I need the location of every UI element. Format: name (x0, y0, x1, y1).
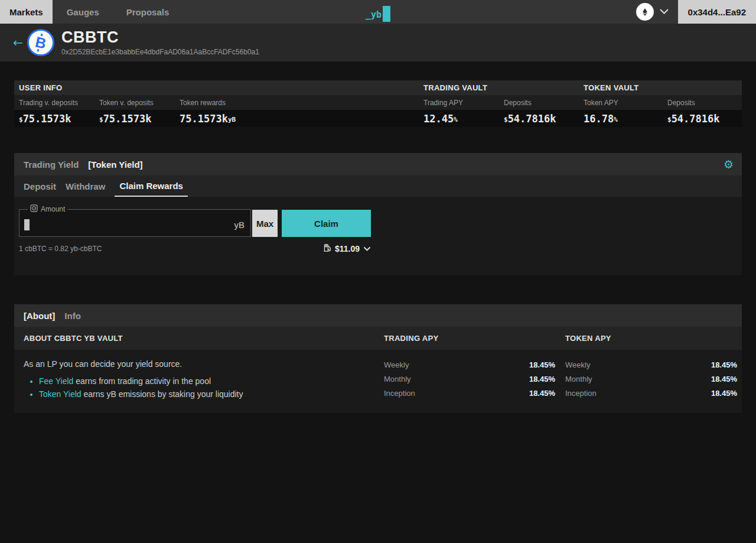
page-header: ← B CBBTC 0x2D52BEcbE1e3babbEe4dbdFaAD06… (0, 24, 756, 61)
table-row: Inception18.45% (384, 386, 555, 400)
stat-value: 75.1573kyB (175, 110, 419, 127)
token-header: CBBTC 0x2D52BEcbE1e3babbEe4dbdFaAD06a1Aa… (61, 29, 259, 56)
nav-item-proposals[interactable]: Proposals (117, 0, 179, 24)
token-coin-icon (30, 204, 38, 214)
bullet-fee-yield: Fee Yield earns from trading activity in… (39, 376, 384, 386)
amount-fieldset: Amount yB (19, 204, 251, 237)
ethereum-icon (636, 3, 654, 21)
token-apy-title: TOKEN APY (565, 334, 742, 343)
tab-withdraw[interactable]: Withdraw (66, 175, 105, 197)
stats-group-title: TRADING VAULT (419, 80, 579, 95)
logo-text: _yb (366, 11, 382, 19)
yb-logo: _yb (366, 0, 390, 24)
stat-token-apy: Token APY 16.78% (579, 95, 663, 127)
stat-value: 12.45% (419, 110, 499, 127)
stat-trading-apy: Trading APY 12.45% (419, 95, 499, 127)
stats-group-title: USER INFO (14, 80, 419, 95)
contract-address: 0x2D52BEcbE1e3babbEe4dbdFaAD06a1AaBccFAD… (61, 48, 259, 56)
token-yield-link[interactable]: Token Yield (39, 389, 82, 399)
back-arrow-icon[interactable]: ← (13, 35, 27, 50)
gas-pump-icon (324, 243, 331, 253)
stat-token-deposits: Deposits $54.7816k (663, 95, 742, 127)
stat-value: $75.1573k (94, 110, 175, 127)
page-title: CBBTC (61, 29, 259, 45)
stat-value: $54.7816k (499, 110, 579, 127)
stats-group-title: TOKEN VAULT (579, 80, 742, 95)
trade-panel: Trading Yield [Token Yield] ⚙ Deposit Wi… (14, 153, 742, 275)
nav-item-gauges[interactable]: Gauges (57, 0, 109, 24)
nav-right: 0x34d4...Ea92 (627, 0, 756, 24)
about-description: As an LP you can decide your yield sourc… (24, 359, 384, 369)
table-row: Inception18.45% (565, 386, 737, 400)
action-tabs: Deposit Withdraw Claim Rewards (14, 175, 742, 197)
fee-yield-link[interactable]: Fee Yield (39, 376, 73, 386)
gear-icon[interactable]: ⚙ (724, 159, 734, 170)
nav-links: Markets Gauges Proposals (0, 0, 178, 24)
text-cursor (24, 219, 30, 230)
stats-strip: USER INFO Trading v. deposits $75.1573k … (14, 80, 742, 127)
trading-apy-title: TRADING APY (384, 334, 565, 343)
about-vault-title: ABOUT CBBTC YB VAULT (24, 334, 384, 343)
stats-group-user-info: USER INFO Trading v. deposits $75.1573k … (14, 80, 419, 127)
trading-apy-table: Weekly18.45% Monthly18.45% Inception18.4… (384, 357, 565, 400)
stat-value: $75.1573k (14, 110, 94, 127)
table-row: Weekly18.45% (565, 357, 737, 372)
stat-token-v-deposits: Token v. deposits $75.1573k (94, 95, 175, 127)
trade-body: Amount yB Max Claim 1 cbBTC = 0.82 yb-cb… (14, 197, 742, 275)
table-row: Weekly18.45% (384, 357, 555, 372)
amount-unit-label: yB (234, 220, 245, 230)
nav-item-markets[interactable]: Markets (0, 0, 53, 24)
tab-trading-yield[interactable]: Trading Yield (24, 160, 79, 170)
about-tabs: [About] Info (14, 304, 742, 327)
stats-group-token-vault: TOKEN VAULT Token APY 16.78% Deposits $5… (579, 80, 742, 127)
stat-value: $54.7816k (663, 110, 742, 127)
about-description-block: As an LP you can decide your yield sourc… (24, 357, 384, 400)
max-button[interactable]: Max (252, 210, 278, 237)
yield-tabs: Trading Yield [Token Yield] ⚙ (14, 153, 742, 175)
about-body: As an LP you can decide your yield sourc… (14, 350, 742, 413)
tab-info[interactable]: Info (64, 311, 81, 321)
table-row: Monthly18.45% (565, 372, 737, 386)
wallet-address-button[interactable]: 0x34d4...Ea92 (678, 0, 756, 24)
chevron-down-icon (363, 244, 371, 253)
tab-deposit[interactable]: Deposit (24, 175, 56, 197)
chevron-down-icon (659, 6, 669, 17)
stat-value: 16.78% (579, 110, 663, 127)
network-selector[interactable] (627, 3, 678, 21)
gas-cost-widget[interactable]: $11.09 (324, 243, 371, 253)
claim-button[interactable]: Claim (282, 210, 371, 237)
amount-legend-label: Amount (41, 205, 65, 213)
tab-token-yield[interactable]: [Token Yield] (88, 160, 142, 170)
tab-claim-rewards[interactable]: Claim Rewards (115, 175, 188, 197)
top-nav: Markets Gauges Proposals _yb 0x34d4...Ea… (0, 0, 756, 24)
logo-cursor-block (383, 6, 390, 22)
stat-token-rewards: Token rewards 75.1573kyB (175, 95, 419, 127)
stat-trading-deposits: Deposits $54.7816k (499, 95, 579, 127)
bitcoin-icon: B (27, 29, 54, 56)
gas-cost-value: $11.09 (335, 244, 360, 253)
stat-trading-v-deposits: Trading v. deposits $75.1573k (14, 95, 94, 127)
stats-group-trading-vault: TRADING VAULT Trading APY 12.45% Deposit… (419, 80, 579, 127)
amount-input[interactable] (30, 219, 234, 230)
tab-about[interactable]: [About] (24, 311, 55, 321)
table-row: Monthly18.45% (384, 372, 555, 386)
exchange-rate-text: 1 cbBTC = 0.82 yb-cbBTC (19, 245, 102, 253)
bullet-token-yield: Token Yield earns yB emissions by stakin… (39, 389, 384, 399)
about-section-headers: ABOUT CBBTC YB VAULT TRADING APY TOKEN A… (14, 327, 742, 350)
token-apy-table: Weekly18.45% Monthly18.45% Inception18.4… (565, 357, 742, 400)
about-panel: [About] Info ABOUT CBBTC YB VAULT TRADIN… (14, 304, 742, 413)
